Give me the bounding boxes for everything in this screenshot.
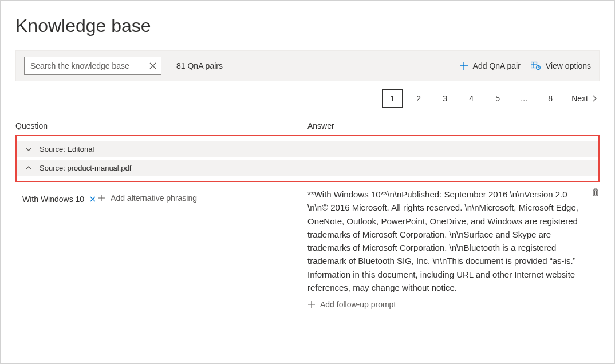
question-cell: With Windows 10 Add alternative phrasing: [15, 188, 308, 310]
answer-cell: **With Windows 10**\n\nPublished: Septem…: [308, 188, 600, 310]
qna-row: With Windows 10 Add alternative phrasing…: [15, 188, 600, 310]
chevron-up-icon: [22, 165, 35, 171]
add-alternative-phrasing-label: Add alternative phrasing: [111, 193, 197, 203]
page-ellipsis: ...: [514, 89, 534, 108]
page-4[interactable]: 4: [461, 89, 482, 108]
page-8[interactable]: 8: [540, 89, 561, 108]
plus-icon: [308, 300, 316, 308]
answer-text[interactable]: **With Windows 10**\n\nPublished: Septem…: [308, 188, 582, 294]
page-title: Knowledge base: [15, 15, 600, 37]
source-product-manual-label: Source: product-manual.pdf: [40, 164, 131, 172]
toolbar: 81 QnA pairs Add QnA pair View options: [15, 50, 600, 81]
add-qna-pair-label: Add QnA pair: [473, 61, 521, 70]
column-headers: Question Answer: [15, 121, 600, 130]
answer-column-header: Answer: [308, 121, 600, 130]
source-product-manual-row[interactable]: Source: product-manual.pdf: [17, 160, 598, 176]
sources-highlight: Source: Editorial Source: product-manual…: [15, 135, 600, 182]
pagination: 1 2 3 4 5 ... 8 Next: [15, 89, 600, 108]
add-alternative-phrasing-button[interactable]: Add alternative phrasing: [98, 193, 197, 203]
page-3[interactable]: 3: [435, 89, 455, 108]
view-options-button[interactable]: View options: [531, 61, 591, 70]
page-next-label: Next: [571, 94, 588, 103]
add-qna-pair-button[interactable]: Add QnA pair: [459, 61, 521, 70]
page-next[interactable]: Next: [571, 94, 597, 103]
question-text: With Windows 10: [22, 195, 84, 204]
plus-icon: [98, 194, 106, 202]
page-1[interactable]: 1: [382, 89, 403, 108]
plus-icon: [459, 61, 468, 70]
view-options-label: View options: [546, 61, 591, 70]
search-input[interactable]: [29, 61, 149, 71]
add-follow-up-prompt-label: Add follow-up prompt: [320, 300, 396, 309]
view-options-icon: [531, 61, 541, 70]
remove-question-icon[interactable]: [90, 196, 96, 202]
page-2[interactable]: 2: [408, 89, 429, 108]
add-follow-up-prompt-button[interactable]: Add follow-up prompt: [308, 300, 396, 309]
pair-count-label: 81 QnA pairs: [176, 61, 223, 70]
svg-rect-0: [531, 62, 537, 68]
delete-qna-icon[interactable]: [592, 188, 600, 197]
clear-search-icon[interactable]: [149, 62, 156, 69]
source-editorial-label: Source: Editorial: [40, 145, 94, 153]
page-5[interactable]: 5: [487, 89, 508, 108]
source-editorial-row[interactable]: Source: Editorial: [17, 141, 598, 157]
chevron-down-icon: [22, 147, 35, 152]
question-chip[interactable]: With Windows 10: [22, 193, 96, 205]
question-column-header: Question: [15, 121, 308, 130]
chevron-right-icon: [592, 95, 597, 102]
search-box[interactable]: [24, 57, 161, 75]
